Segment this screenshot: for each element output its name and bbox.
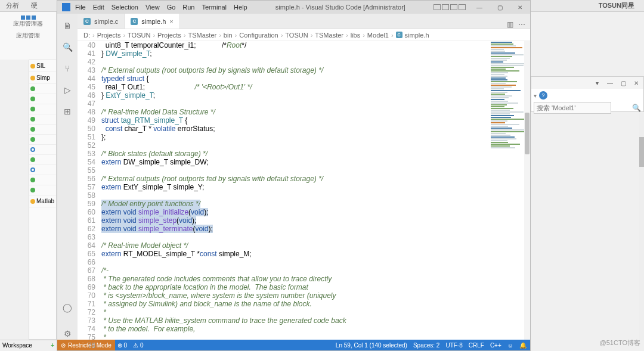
workspace-label[interactable]: Workspace xyxy=(2,342,32,349)
breadcrumb-seg[interactable]: libs xyxy=(351,32,361,39)
rw-chevron-icon[interactable]: ▾ xyxy=(534,92,537,99)
status-warnings[interactable]: ⚠ 0 xyxy=(133,342,143,349)
app-management-label: 应用管理 xyxy=(0,32,56,40)
panel-item-b2[interactable] xyxy=(29,165,56,175)
panel-item-sil[interactable]: SIL xyxy=(29,60,56,72)
panel-item-g1[interactable] xyxy=(29,84,56,94)
menu-help[interactable]: Help xyxy=(234,4,247,11)
minimize-button[interactable]: — xyxy=(469,1,490,14)
search-go-icon[interactable]: 🔍 xyxy=(632,104,641,112)
status-eol[interactable]: CRLF xyxy=(469,342,484,349)
extensions-icon[interactable]: ⊞ xyxy=(61,105,73,117)
green-dot-icon xyxy=(30,188,35,192)
more-actions-icon[interactable]: ⋯ xyxy=(518,20,525,29)
right-scrollbar-thumb[interactable] xyxy=(639,137,644,167)
menu-view[interactable]: View xyxy=(145,4,160,11)
panel-item-simple[interactable]: Simp xyxy=(29,72,56,84)
breadcrumb-seg[interactable]: TSMaster xyxy=(188,32,217,39)
status-errors[interactable]: ⊗ 0 xyxy=(117,342,127,349)
status-encoding[interactable]: UTF-8 xyxy=(445,342,462,349)
breadcrumb-seg[interactable]: Model1 xyxy=(367,32,389,39)
breadcrumb[interactable]: D:›Projects›TOSUN›Projects›TSMaster›bin›… xyxy=(78,29,530,41)
source-control-icon[interactable]: ⑂ xyxy=(61,63,73,74)
split-editor-icon[interactable]: ▥ xyxy=(507,20,513,29)
green-dot-icon xyxy=(30,127,35,132)
rw-maximize-icon[interactable]: ▢ xyxy=(618,80,628,86)
simple-status-icon xyxy=(30,76,35,80)
status-lncol[interactable]: Ln 59, Col 1 (140 selected) xyxy=(336,342,407,349)
panel-item-g7[interactable] xyxy=(29,155,56,165)
maximize-button[interactable]: ▢ xyxy=(490,1,510,14)
menu-file[interactable]: File xyxy=(75,4,86,11)
editor-scrollbar[interactable] xyxy=(524,41,530,340)
account-icon[interactable]: ◯ xyxy=(61,302,73,313)
tab-label: simple.c xyxy=(94,18,118,25)
host-menu-analyze[interactable]: 分析 xyxy=(6,1,19,10)
right-panel-scrollbar[interactable] xyxy=(639,113,644,340)
chevron-right-icon: › xyxy=(363,32,365,39)
activity-bar: 🗎 🔍 ⑂ ▷ ⊞ ◯ ⚙ xyxy=(57,14,78,340)
search-model-input[interactable] xyxy=(534,102,611,114)
breadcrumb-seg[interactable]: D: xyxy=(83,32,90,39)
status-spaces[interactable]: Spaces: 2 xyxy=(413,342,439,349)
breadcrumb-seg[interactable]: bin xyxy=(224,32,233,39)
chevron-right-icon: › xyxy=(311,32,313,39)
menu-terminal[interactable]: Terminal xyxy=(202,4,227,11)
green-dot-icon xyxy=(30,97,35,101)
panel-item-g6[interactable] xyxy=(29,135,56,145)
breadcrumb-file[interactable]: simple.h xyxy=(405,32,429,39)
host-menu-more[interactable]: 硬 xyxy=(31,1,38,10)
chevron-right-icon: › xyxy=(153,32,155,39)
breadcrumb-seg[interactable]: Projects xyxy=(157,32,181,39)
status-feedback-icon[interactable]: ☺ xyxy=(507,342,513,349)
vscode-logo-icon xyxy=(62,3,70,11)
tab-simple-h[interactable]: Csimple.h× xyxy=(125,14,179,29)
breadcrumb-seg[interactable]: Projects xyxy=(97,32,121,39)
panel-item-g8[interactable] xyxy=(29,175,56,185)
green-dot-icon xyxy=(30,137,35,142)
code-content[interactable]: uint8_T temporalCounter_i1; /*Root*/} DW… xyxy=(101,41,488,340)
tosun-logo: TOSUN同星 xyxy=(599,1,634,10)
panel-item-b1[interactable] xyxy=(29,145,56,155)
panel-item-g5[interactable] xyxy=(29,125,56,135)
breadcrumb-seg[interactable]: TSMaster xyxy=(315,32,343,39)
chevron-right-icon: › xyxy=(92,32,95,39)
menu-go[interactable]: Go xyxy=(167,4,176,11)
panel-item-g4[interactable] xyxy=(29,114,56,125)
status-language[interactable]: C++ xyxy=(490,342,501,349)
c-file-icon: C xyxy=(83,18,91,25)
menu-run[interactable]: Run xyxy=(182,4,194,11)
rw-minimize-icon[interactable]: — xyxy=(605,80,615,86)
layout-controls[interactable] xyxy=(434,4,466,10)
panel-item-matlab[interactable]: Matlab xyxy=(29,195,56,207)
restricted-mode-badge[interactable]: ⊘ Restricted Mode xyxy=(57,340,115,350)
menu-edit[interactable]: Edit xyxy=(93,4,104,11)
code-editor[interactable]: 40 41 42 43 44 45 46 47 48 49 50 51 52 5… xyxy=(78,41,530,340)
green-dot-icon xyxy=(30,117,35,122)
panel-item-g9[interactable] xyxy=(29,185,56,195)
green-dot-icon xyxy=(30,107,35,111)
rw-close-icon[interactable]: ✕ xyxy=(631,80,641,86)
tab-close-icon[interactable]: × xyxy=(169,18,173,25)
green-dot-icon xyxy=(30,157,35,162)
menu-selection[interactable]: Selection xyxy=(112,4,138,11)
explorer-icon[interactable]: 🗎 xyxy=(61,20,73,32)
close-button[interactable]: ✕ xyxy=(510,1,530,14)
status-bell-icon[interactable]: 🔔 xyxy=(519,342,527,349)
breadcrumb-seg[interactable]: Configuration xyxy=(239,32,278,39)
breadcrumb-seg[interactable]: TOSUN xyxy=(285,32,308,39)
rw-dropdown-icon[interactable]: ▾ xyxy=(592,80,602,86)
breadcrumb-seg[interactable]: TOSUN xyxy=(128,32,150,39)
host-left-toolbar: 应用管理器 应用管理 xyxy=(0,12,57,60)
panel-item-g3[interactable] xyxy=(29,104,56,114)
vscode-menubar: FileEditSelectionViewGoRunTerminalHelp xyxy=(75,4,247,11)
rw-help-icon[interactable]: ? xyxy=(539,91,547,100)
settings-gear-icon[interactable]: ⚙ xyxy=(61,328,73,340)
search-icon[interactable]: 🔍 xyxy=(61,41,73,53)
app-manager-icon[interactable] xyxy=(0,15,56,20)
tab-simple-c[interactable]: Csimple.c xyxy=(78,14,125,29)
scrollbar-thumb[interactable] xyxy=(525,113,530,154)
run-debug-icon[interactable]: ▷ xyxy=(61,84,73,96)
add-workspace-button[interactable]: + xyxy=(51,342,54,349)
panel-item-g2[interactable] xyxy=(29,94,56,104)
